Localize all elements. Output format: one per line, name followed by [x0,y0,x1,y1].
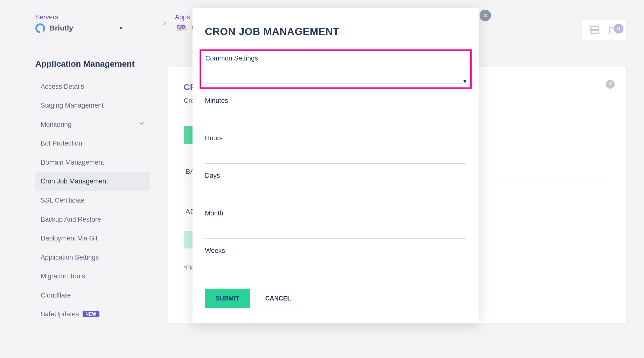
month-label: Month [205,209,466,217]
common-settings-label: Common Settings [206,54,466,62]
cancel-button[interactable]: CANCEL [255,289,301,308]
days-input[interactable] [205,189,466,201]
month-input[interactable] [205,226,466,239]
days-label: Days [205,172,466,179]
minutes-label: Minutes [205,97,466,104]
cron-modal: ✕ CRON JOB MANAGEMENT Common Settings ▼ … [192,8,478,323]
common-settings-select[interactable] [206,71,466,84]
common-settings-field[interactable]: Common Settings ▼ [200,49,472,88]
hours-label: Hours [205,134,466,142]
submit-button[interactable]: SUBMIT [205,289,250,308]
modal-overlay: ✕ CRON JOB MANAGEMENT Common Settings ▼ … [0,0,644,358]
close-icon[interactable]: ✕ [480,10,491,21]
weeks-label: Weeks [205,247,466,254]
weeks-input[interactable] [205,264,466,276]
modal-title: CRON JOB MANAGEMENT [205,25,466,37]
minutes-input[interactable] [205,114,466,126]
caret-down-icon: ▼ [462,79,468,85]
hours-input[interactable] [205,151,466,164]
